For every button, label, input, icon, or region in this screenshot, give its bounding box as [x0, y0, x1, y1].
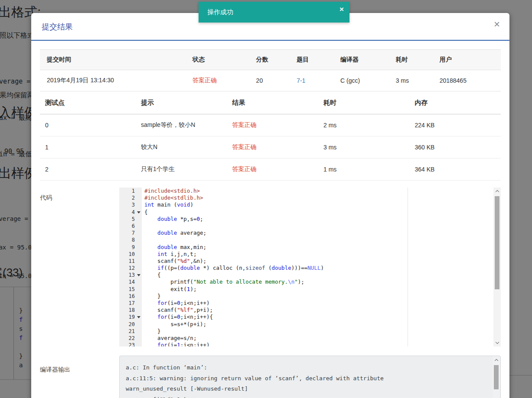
line-number: 13 [119, 272, 142, 278]
code-line: int main (void) [144, 201, 501, 208]
code-token: void [177, 201, 190, 208]
line-number: 9 [119, 244, 142, 251]
line-number: 18 [119, 307, 142, 314]
column-header: 耗时 [318, 91, 409, 114]
status-cell: 答案正确 [186, 70, 249, 91]
line-number: 3 [119, 201, 142, 208]
line-number: 20 [119, 321, 142, 328]
code-content: #include<stdio.h>#include<stdlib.h>int m… [142, 188, 501, 346]
table-header-row: 提交时间状态分数题目编译器耗时用户 [40, 50, 501, 70]
code-line: double average; [144, 230, 501, 236]
compiler-output-section: 编译器输出 a.c: In function ‘main’:a.c:11:5: … [40, 356, 501, 398]
code-line: for(i=0;i<n;i++){ [144, 314, 501, 320]
line-number: 16 [119, 293, 142, 300]
compiler-output-line: a.c: In function ‘main’: [126, 362, 487, 373]
scrollbar-thumb[interactable] [495, 196, 499, 289]
code-token: *) calloc (n, [200, 265, 245, 271]
fold-arrow-icon[interactable] [137, 316, 140, 320]
code-token: NULL [307, 265, 320, 271]
testpoint-id-cell: 1 [40, 136, 136, 159]
code-token [144, 314, 157, 320]
column-header: 测试点 [40, 91, 136, 114]
column-header: 用户 [433, 50, 501, 70]
code-line: { [144, 272, 501, 278]
problem-link[interactable]: 7-1 [297, 77, 305, 84]
code-token [144, 342, 157, 346]
modal-body: 提交时间状态分数题目编译器耗时用户 2019年4月19日 13:14:30答案正… [31, 41, 509, 398]
code-token: for [157, 342, 167, 346]
submission-time-cell: 2019年4月19日 13:14:30 [40, 70, 186, 91]
code-line: double max,min; [144, 244, 501, 251]
code-editor[interactable]: 1234567891011121314151617181920212223 #i… [119, 188, 501, 346]
code-token: exit( [144, 286, 187, 292]
code-token: )))== [291, 265, 308, 271]
code-token: average; [177, 230, 206, 236]
code-token: 0 [177, 314, 180, 320]
code-line: double *p,s=0; [144, 216, 501, 223]
code-line: average=s/n; [144, 335, 501, 342]
hint-cell: 较大N [136, 136, 227, 159]
line-number: 5 [119, 216, 142, 223]
line-number: 7 [119, 230, 142, 236]
code-token: 0 [177, 300, 180, 306]
code-token: " [294, 278, 298, 285]
result-cell: 答案正确 [227, 136, 318, 159]
modal-close-icon[interactable]: × [494, 19, 500, 29]
code-token: average=s/n; [144, 335, 196, 341]
line-number: 12 [119, 265, 142, 272]
fold-arrow-icon[interactable] [137, 211, 140, 215]
code-token [144, 265, 157, 271]
code-token: scanf( [144, 258, 177, 264]
table-row: 1较大N答案正确3 ms360 KB [40, 136, 501, 159]
fold-arrow-icon[interactable] [137, 274, 140, 278]
scroll-up-icon[interactable] [496, 190, 499, 193]
code-token: ;i<n;i++) [180, 300, 210, 306]
code-token: for [157, 314, 167, 320]
result-cell: 答案正确 [227, 114, 318, 136]
code-token: (i= [167, 342, 177, 346]
testpoints-table: 测试点提示结果耗时内存 0sample等价，较小N答案正确2 ms224 KB1… [40, 91, 501, 181]
column-header: 耗时 [389, 50, 433, 70]
code-line [144, 223, 501, 230]
code-token: i,j,n,t; [167, 251, 197, 257]
toast-close-icon[interactable]: × [339, 6, 344, 13]
time-cell: 1 ms [318, 159, 409, 181]
line-number: 11 [119, 258, 142, 265]
time-cell: 2 ms [318, 114, 409, 136]
code-line: for(i=1;i<n;i++) [144, 342, 501, 346]
code-token: (i= [167, 300, 177, 306]
memory-cell: 364 KB [409, 159, 501, 181]
code-token: sizeof [245, 265, 265, 271]
code-token: ((p=( [164, 265, 180, 271]
code-token: double [180, 265, 200, 271]
line-number: 2 [119, 194, 142, 201]
code-token: ;i<n;i++) [180, 342, 210, 346]
code-line: if((p=(double *) calloc (n,sizeof (doubl… [144, 265, 501, 272]
code-token: "%lf" [177, 307, 193, 313]
scrollbar-thumb[interactable] [494, 365, 499, 389]
code-token: *p,s= [177, 216, 196, 222]
code-token [144, 230, 157, 236]
memory-cell: 224 KB [409, 114, 501, 136]
table-row: 2019年4月19日 13:14:30答案正确207-1C (gcc)3 ms2… [40, 70, 501, 91]
scroll-down-icon[interactable] [496, 341, 499, 344]
compiler-output-line: scanf("%d",&n); [126, 395, 487, 398]
compiler-output-box[interactable]: a.c: In function ‘main’:a.c:11:5: warnin… [119, 356, 501, 398]
table-header-row: 测试点提示结果耗时内存 [40, 91, 501, 114]
code-token: { [144, 272, 161, 278]
code-scrollbar[interactable] [493, 188, 501, 346]
toast-message: 操作成功 [207, 2, 233, 23]
code-token: "%d" [177, 258, 190, 264]
code-token: ) [320, 265, 324, 271]
code-line: { [144, 209, 501, 216]
submission-summary-table: 提交时间状态分数题目编译器耗时用户 2019年4月19日 13:14:30答案正… [40, 49, 501, 91]
compiler-output-text: a.c: In function ‘main’:a.c:11:5: warnin… [126, 362, 487, 398]
code-line: #include<stdlib.h> [144, 194, 501, 201]
column-header: 提交时间 [40, 50, 186, 70]
code-line: } [144, 328, 501, 335]
scroll-up-icon[interactable] [495, 359, 498, 362]
code-line: for(i=0;i<n;i++) [144, 300, 501, 307]
compiler-scrollbar[interactable] [493, 356, 500, 398]
problem-cell: 7-1 [290, 70, 333, 91]
column-header: 分数 [249, 50, 290, 70]
